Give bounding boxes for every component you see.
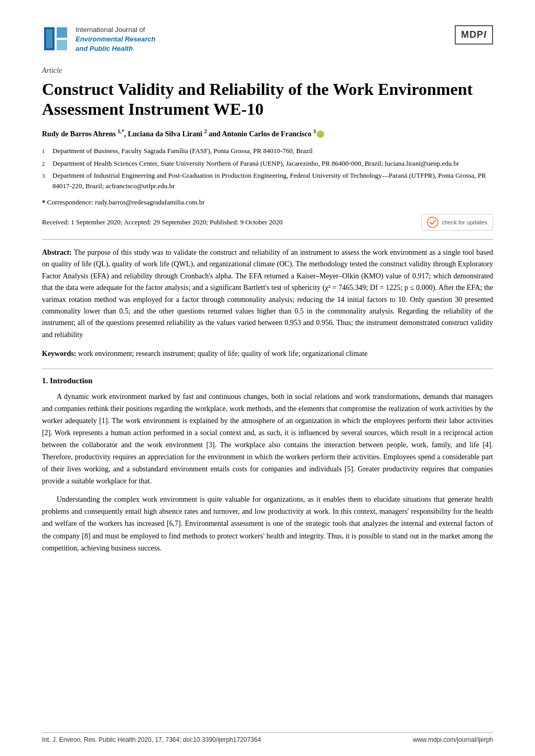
journal-name-text: International Journal of Environmental R…	[76, 25, 155, 54]
authors-line: Rudy de Barros Ahrens 1,*, Luciana da Si…	[42, 128, 493, 138]
article-title: Construct Validity and Reliability of th…	[42, 79, 493, 120]
affiliation-3: 3 Department of Industrial Engineering a…	[42, 170, 493, 191]
page-footer: Int. J. Environ. Res. Public Health 2020…	[42, 732, 493, 743]
orcid-icon	[317, 131, 324, 138]
correspondence-line: * Correspondence: rudy.barros@redesagrad…	[42, 198, 493, 207]
journal-line2: Environmental Research	[76, 35, 155, 44]
svg-point-5	[427, 217, 438, 228]
dates-row: Received: 1 September 2020; Accepted: 29…	[42, 214, 493, 231]
abstract-text: The purpose of this study was to validat…	[42, 249, 493, 339]
check-updates-label: check for updates	[442, 219, 487, 225]
header: International Journal of Environmental R…	[42, 25, 493, 54]
footer-citation: Int. J. Environ. Res. Public Health 2020…	[42, 736, 261, 743]
affiliations: 1 Department of Business, Faculty Sagrad…	[42, 146, 493, 191]
abstract-section: Abstract: The purpose of this study was …	[42, 247, 493, 341]
svg-rect-2	[57, 27, 67, 38]
article-type-label: Article	[42, 67, 493, 75]
journal-line1: International Journal of	[76, 25, 155, 35]
section-introduction: 1. Introduction A dynamic work environme…	[42, 376, 493, 554]
mdpi-logo: MDPI	[455, 25, 493, 45]
journal-logo: International Journal of Environmental R…	[42, 25, 155, 54]
svg-rect-3	[57, 40, 67, 50]
keywords-label: Keywords:	[42, 350, 76, 358]
dates-text: Received: 1 September 2020; Accepted: 29…	[42, 218, 283, 226]
divider-2	[42, 369, 493, 369]
affiliation-1: 1 Department of Business, Faculty Sagrad…	[42, 146, 493, 156]
affiliation-2: 2 Department of Health Sciences Center, …	[42, 158, 493, 169]
keywords-text: work environment; research instrument; q…	[76, 350, 367, 358]
abstract-label: Abstract:	[42, 249, 72, 256]
footer-url: www.mdpi.com/journal/ijerph	[413, 736, 493, 743]
check-updates-icon	[427, 217, 438, 228]
journal-line3: and Public Health	[76, 44, 155, 53]
intro-paragraph-1: A dynamic work environment marked by fas…	[42, 391, 493, 488]
intro-paragraph-2: Understanding the complex work environme…	[42, 493, 493, 554]
page: International Journal of Environmental R…	[0, 0, 535, 756]
svg-rect-4	[46, 29, 52, 48]
journal-logo-icon	[42, 25, 69, 52]
divider-1	[42, 239, 493, 240]
keywords-section: Keywords: work environment; research ins…	[42, 348, 493, 360]
section-title-introduction: 1. Introduction	[42, 376, 493, 385]
check-updates-badge: check for updates	[421, 214, 493, 231]
